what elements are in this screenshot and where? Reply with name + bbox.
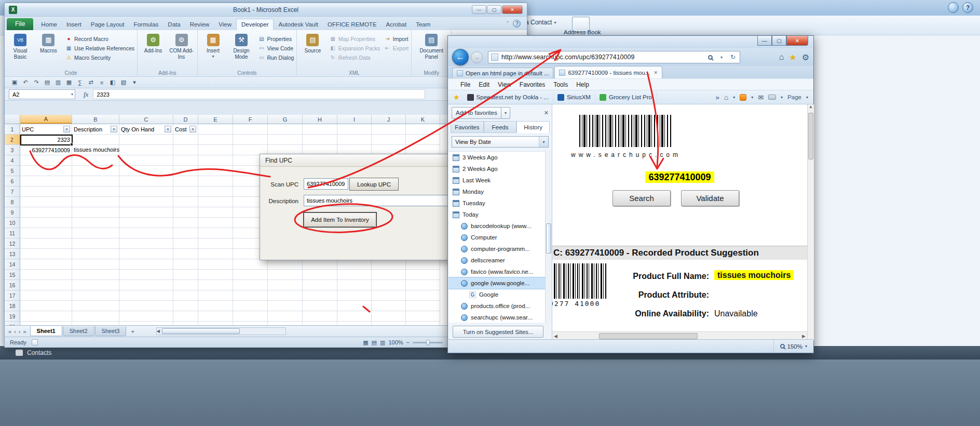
map-properties-button[interactable]: ▦Map Properties [330, 35, 380, 42]
ribbon-tab-data[interactable]: Data [163, 19, 185, 30]
page-layout-view-icon[interactable]: ▤ [372, 339, 377, 346]
turn-on-suggested-sites-button[interactable]: Turn on Suggested Sites... [453, 326, 543, 338]
print-icon[interactable]: ▥ [53, 78, 63, 87]
grid-cell-e15[interactable] [198, 270, 233, 280]
horizontal-scrollbar[interactable]: ◀ [156, 327, 286, 335]
column-header-a[interactable]: A [20, 115, 72, 124]
row-header-11[interactable]: 11 [5, 228, 20, 238]
maximize-button[interactable]: ▢ [772, 36, 786, 46]
macros-button[interactable]: ▦Macros [35, 32, 61, 68]
column-header-j[interactable]: J [372, 115, 406, 124]
grid-cell-a7[interactable] [20, 187, 72, 197]
panel-tab-favorites[interactable]: Favorites [451, 121, 484, 133]
use-relative-references-button[interactable]: ▦Use Relative References [65, 45, 134, 51]
row-header-7[interactable]: 7 [5, 187, 20, 197]
grid-cell-c8[interactable] [119, 197, 173, 207]
grid-cell-f18[interactable] [233, 301, 268, 311]
grid-cell-f20[interactable] [233, 322, 268, 325]
zoom-out-icon[interactable]: − [406, 339, 410, 345]
scan-upc-input[interactable]: 639277410009 [304, 178, 348, 190]
grid-cell-e2[interactable] [198, 135, 233, 145]
grid-cell-i14[interactable] [337, 259, 372, 270]
page-vertical-scrollbar[interactable]: ▲ [807, 104, 814, 340]
ribbon-tab-home[interactable]: Home [36, 19, 62, 30]
grid-cell-d13[interactable] [173, 249, 198, 259]
shade-icon[interactable]: ◧ [108, 78, 117, 87]
sheet-tab-sheet2[interactable]: Sheet2 [63, 326, 94, 336]
grid-cell-c18[interactable] [119, 301, 173, 311]
grid-cell-e4[interactable] [198, 155, 233, 166]
page-menu-button[interactable]: Page [787, 94, 801, 100]
panel-scrollbar[interactable] [545, 151, 552, 323]
browser-tab-1[interactable]: Open an html page in default ... [452, 68, 553, 78]
grid-cell-k1[interactable] [406, 124, 440, 135]
menu-tools[interactable]: Tools [549, 81, 572, 88]
grid-cell-d11[interactable] [173, 228, 198, 238]
grid-cell-k15[interactable] [406, 270, 440, 280]
grid-cell-i18[interactable] [337, 301, 372, 311]
macro-record-icon[interactable] [32, 339, 38, 345]
favorites-bar-item-grocery-list-pro[interactable]: Grocery List Pro [595, 92, 657, 102]
name-box[interactable]: A2▾ [9, 89, 75, 99]
favorites-bar-star-icon[interactable]: ★ [453, 93, 460, 101]
grid-cell-c19[interactable] [119, 311, 173, 322]
grid-cell-e13[interactable] [198, 249, 233, 259]
tools-gear-icon[interactable]: ⚙ [802, 52, 809, 62]
grid-cell-g16[interactable] [268, 280, 303, 290]
grid-cell-b7[interactable] [72, 187, 119, 197]
favorites-bar-item-speedtest[interactable]: Speedtest.net by Ookla - ... [463, 92, 553, 102]
grid-cell-b20[interactable] [72, 322, 119, 325]
maximize-button[interactable]: ▢ [487, 5, 501, 14]
help-button[interactable]: ? [962, 2, 973, 13]
add-to-favorites-button[interactable]: Add to favorites [452, 107, 501, 119]
grid-cell-d8[interactable] [173, 197, 198, 207]
grid-cell-e11[interactable] [198, 228, 233, 238]
grid-cell-e19[interactable] [198, 311, 233, 322]
ribbon-tab-developer[interactable]: Developer [236, 19, 274, 30]
close-button[interactable]: ✕ [786, 36, 808, 46]
address-dropdown-icon[interactable]: ▾ [716, 52, 727, 62]
ribbon-tab-view[interactable]: View [214, 19, 236, 30]
grid-cell-a18[interactable] [20, 301, 72, 311]
grid-cell-c9[interactable] [119, 207, 173, 218]
ribbon-tab-team[interactable]: Team [411, 19, 435, 30]
grid-cell-d6[interactable] [173, 176, 198, 187]
grid-cell-b9[interactable] [72, 207, 119, 218]
grid-cell-j15[interactable] [372, 270, 406, 280]
column-header-f[interactable]: F [233, 115, 268, 124]
close-tab-icon[interactable]: ✕ [654, 70, 658, 75]
grid-cell-d14[interactable] [173, 259, 198, 270]
grid-cell-f14[interactable] [233, 259, 268, 270]
grid-cell-f17[interactable] [233, 290, 268, 301]
history-item-computer[interactable]: Computer [448, 232, 545, 243]
grid-cell-h1[interactable] [303, 124, 337, 135]
row-header-6[interactable]: 6 [5, 176, 20, 187]
grid-cell-e12[interactable] [198, 238, 233, 249]
grid-cell-h19[interactable] [303, 311, 337, 322]
history-item-google-www-google[interactable]: google (www.google... [448, 277, 545, 289]
grid-cell-c15[interactable] [119, 270, 173, 280]
history-item-searchupc-www-sear[interactable]: searchupc (www.sear... [448, 312, 545, 323]
grid-cell-j20[interactable] [372, 322, 406, 325]
grid-cell-d12[interactable] [173, 238, 198, 249]
grid-cell-d15[interactable] [173, 270, 198, 280]
grid-cell-d19[interactable] [173, 311, 198, 322]
history-item-today[interactable]: Today [448, 209, 545, 220]
grid-cell-a13[interactable] [20, 249, 72, 259]
grid-cell-c11[interactable] [119, 228, 173, 238]
forward-button[interactable]: → [471, 51, 483, 63]
column-header-e[interactable]: E [198, 115, 233, 124]
ribbon-tab-insert[interactable]: Insert [62, 19, 86, 30]
grid-cell-b12[interactable] [72, 238, 119, 249]
view-by-dropdown[interactable]: View By Date ▾ [452, 136, 549, 148]
row-header-20[interactable]: 20 [5, 322, 20, 325]
grid-cell-i15[interactable] [337, 270, 372, 280]
record-macro-button[interactable]: ●Record Macro [65, 35, 134, 42]
minimize-button[interactable]: — [757, 36, 772, 46]
design-mode-button[interactable]: ⚒Design Mode [228, 32, 254, 68]
grid-cell-f15[interactable] [233, 270, 268, 280]
grid-cell-k19[interactable] [406, 311, 440, 322]
excel-help-icon[interactable]: ? [513, 20, 521, 28]
grid-cell-c16[interactable] [119, 280, 173, 290]
back-button[interactable]: ← [452, 49, 469, 65]
